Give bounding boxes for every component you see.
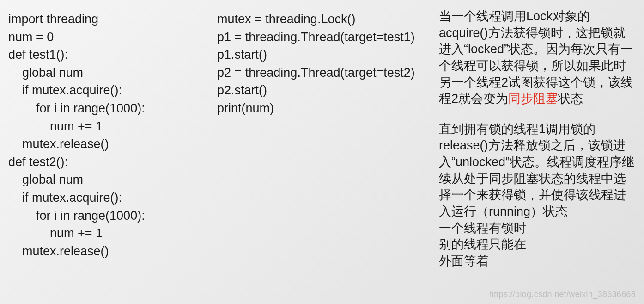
code-block-test-functions: import threading num = 0 def test1(): gl… — [8, 10, 213, 261]
code-line: p1 = threading.Thread(target=test1) — [217, 30, 415, 44]
code-line: if mutex.acquire(): — [8, 83, 122, 97]
code-line: global num — [8, 173, 83, 186]
code-line: def test2(): — [8, 155, 68, 169]
paragraph-gap — [439, 107, 635, 121]
code-block-main: mutex = threading.Lock() p1 = threading.… — [217, 10, 439, 118]
explanation-line: 一个线程有锁时 — [439, 220, 635, 237]
explanation-line: 别的线程只能在 — [439, 236, 635, 253]
code-line: import threading — [8, 12, 98, 26]
code-line: mutex.release() — [8, 137, 109, 151]
code-line: num = 0 — [8, 30, 54, 44]
code-column-right: mutex = threading.Lock() p1 = threading.… — [213, 0, 439, 304]
code-line: mutex = threading.Lock() — [217, 12, 355, 26]
code-line: num += 1 — [8, 119, 103, 133]
code-line: if mutex.acquire(): — [8, 191, 122, 205]
code-line: mutex.release() — [8, 244, 109, 258]
slide-container: import threading num = 0 def test1(): gl… — [0, 0, 644, 304]
explanation-paragraph-2: 直到拥有锁的线程1调用锁的release()方法释放锁之后，该锁进入“unloc… — [439, 121, 635, 220]
text-segment: 当一个线程调用Lock对象的acquire()方法获得锁时，这把锁就进入“loc… — [439, 9, 633, 105]
code-line: global num — [8, 66, 83, 80]
code-line: for i in range(1000): — [8, 209, 145, 223]
text-segment: 状态 — [558, 92, 583, 105]
explanation-column: 当一个线程调用Lock对象的acquire()方法获得锁时，这把锁就进入“loc… — [439, 0, 644, 304]
code-line: p2 = threading.Thread(target=test2) — [217, 66, 415, 80]
code-line: print(num) — [217, 101, 274, 115]
code-line: p1.start() — [217, 48, 267, 62]
watermark-text: https://blog.csdn.net/weixin_38636668 — [489, 290, 636, 299]
code-line: def test1(): — [8, 48, 68, 62]
code-line: p2.start() — [217, 83, 267, 97]
explanation-line: 外面等着 — [439, 253, 635, 270]
highlight-text: 同步阻塞 — [508, 92, 558, 105]
code-column-left: import threading num = 0 def test1(): gl… — [0, 0, 213, 304]
code-line: num += 1 — [8, 226, 103, 240]
code-line: for i in range(1000): — [8, 101, 145, 115]
explanation-paragraph-1: 当一个线程调用Lock对象的acquire()方法获得锁时，这把锁就进入“loc… — [439, 8, 635, 107]
